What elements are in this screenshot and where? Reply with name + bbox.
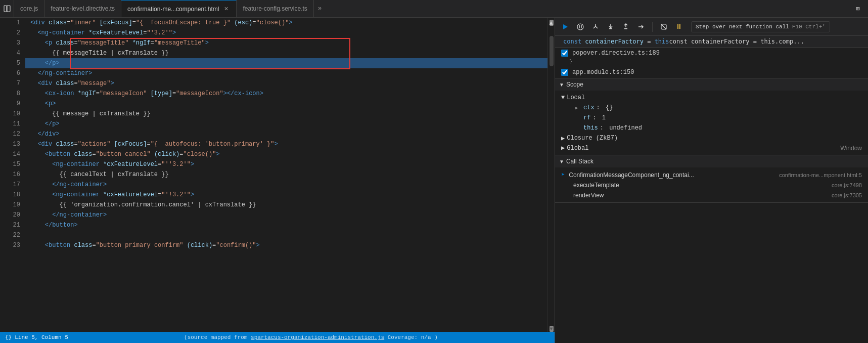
line-numbers: 1 2 3 4 5 6 7 8 9 10 11 12 13 14 15 16 1… (0, 18, 25, 332)
step-out-button[interactable] (620, 21, 632, 33)
svg-rect-5 (609, 28, 612, 29)
code-line-15[interactable]: <ng-container *cxFeatureLevel="''3.2'"> (25, 159, 547, 169)
breakpoint-subtext-1: } (555, 59, 868, 67)
call-stack-title: Call Stack (566, 158, 593, 165)
breakpoint-item-1: popover.directive.ts:189 (555, 48, 868, 59)
code-line-16[interactable]: {{ cancelText | cxTranslate }} (25, 169, 547, 180)
scope-header[interactable]: ▼ Scope (555, 78, 868, 91)
scope-item-this[interactable]: ▶ this : undefined (567, 123, 868, 133)
pause-button[interactable] (574, 21, 586, 33)
code-line-9[interactable]: <p> (25, 99, 547, 109)
step-button[interactable] (635, 21, 647, 33)
call-stack-loc-0: confirmation-me...mponent.html:5 (779, 172, 862, 178)
code-line-17[interactable]: </ng-container> (25, 180, 547, 190)
local-scope-header[interactable]: ▼ Local (555, 93, 868, 103)
tab-overflow-button[interactable]: » (314, 0, 326, 17)
global-chevron-icon: ▶ (561, 144, 565, 152)
editor-scrollbar[interactable]: ▲ ▼ (547, 18, 555, 332)
line-number: 21 (0, 220, 20, 230)
code-line-23[interactable]: <button class="button primary confirm" (… (25, 240, 547, 250)
code-preview-text: const containerFactory = this.comp... (669, 38, 804, 45)
code-line-12[interactable]: </div> (25, 129, 547, 139)
code-line-8[interactable]: <cx-icon *ngIf="messageIcon" [type]="mes… (25, 89, 547, 99)
editor-area: 1 2 3 4 5 6 7 8 9 10 11 12 13 14 15 16 1… (0, 18, 555, 343)
call-stack-content: ➤ ConfirmationMessageComponent_ng_contai… (555, 167, 868, 202)
step-over-tooltip-area: Step over next function call F10 Ctrl+' (688, 21, 864, 32)
line-number: 17 (0, 180, 20, 190)
code-editor[interactable]: <div class="inner" [cxFocus]="{ focusOnE… (25, 18, 547, 332)
global-scope-value: Window (840, 145, 862, 152)
code-line-10[interactable]: {{ message | cxTranslate }} (25, 109, 547, 119)
call-stack-header[interactable]: ▼ Call Stack (555, 155, 868, 167)
svg-point-4 (577, 24, 583, 30)
deactivate-button[interactable] (658, 21, 670, 33)
local-scope-items: ▶ ctx : {} ▶ rf : 1 ▶ (555, 103, 868, 133)
breakpoint-checkbox-1[interactable] (561, 50, 568, 57)
global-scope-left: ▶ Global (561, 144, 588, 152)
code-lines: <div class="inner" [cxFocus]="{ focusOnE… (25, 18, 547, 250)
line-number: 18 (0, 190, 20, 200)
code-line-5[interactable]: </p> (25, 58, 547, 68)
rf-label: rf (583, 114, 590, 121)
code-preview-line: const containerFactory = thisconst conta… (555, 36, 868, 48)
status-bar: {} Line 5, Column 5 (source mapped from … (0, 332, 555, 343)
code-line-1[interactable]: <div class="inner" [cxFocus]="{ focusOnE… (25, 18, 547, 28)
ctx-label: ctx (583, 104, 595, 111)
line-number: 8 (0, 89, 20, 99)
code-line-6[interactable]: </ng-container> (25, 68, 547, 78)
tab-core-js[interactable]: core.js (14, 0, 44, 17)
tab-confirmation-me[interactable]: confirmation-me...component.html ✕ (121, 0, 237, 17)
scope-title: Scope (566, 81, 583, 88)
tab-close-button[interactable]: ✕ (222, 5, 230, 13)
line-number: 22 (0, 230, 20, 240)
code-line-19[interactable]: {{ 'organization.confirmation.cancel' | … (25, 200, 547, 210)
pause-exceptions-button[interactable]: ⏸ (673, 21, 685, 33)
step-over-button[interactable] (589, 21, 602, 33)
tab-label: confirmation-me...component.html (127, 6, 219, 13)
tab-label: feature-level.directive.ts (51, 5, 115, 12)
line-number: 10 (0, 109, 20, 119)
breakpoint-checkbox-2[interactable] (561, 69, 568, 76)
tab-feature-level[interactable]: feature-level.directive.ts (44, 0, 121, 17)
line-number: 6 (0, 68, 20, 78)
closure-scope-header[interactable]: ▶ Closure (ZkB7) (555, 133, 868, 143)
code-line-22[interactable] (25, 230, 547, 240)
svg-line-8 (661, 24, 666, 29)
sidebar-toggle-button[interactable] (0, 0, 14, 17)
editor-tabs: core.js feature-level.directive.ts confi… (14, 0, 848, 17)
scrollbar-up-arrow[interactable]: ▲ (550, 20, 554, 26)
this-label: this (583, 124, 598, 132)
source-file[interactable]: spartacus-organization-administration.js (251, 334, 384, 340)
this-expand-icon: ▶ (575, 125, 581, 131)
code-line-20[interactable]: </ng-container> (25, 210, 547, 220)
code-line-3[interactable]: <p class="messageTitle" *ngIf="messageTi… (25, 38, 547, 48)
call-stack-item-0[interactable]: ➤ ConfirmationMessageComponent_ng_contai… (555, 169, 868, 180)
status-bar-center: (source mapped from spartacus-organizati… (72, 334, 550, 340)
step-into-button[interactable] (605, 21, 617, 33)
tab-bar-actions: ⊞ (848, 3, 868, 15)
scope-item-ctx[interactable]: ▶ ctx : {} (567, 103, 868, 113)
svg-rect-6 (624, 28, 627, 29)
call-stack-item-2[interactable]: renderView core.js:7305 (555, 190, 868, 200)
code-line-18[interactable]: <ng-container *cxFeatureLevel="'!3.2'"> (25, 190, 547, 200)
code-line-13[interactable]: <div class="actions" [cxFocus]="{ autofo… (25, 139, 547, 149)
line-number: 23 (0, 240, 20, 250)
scrollbar-down-arrow[interactable]: ▼ (550, 326, 554, 332)
code-line-11[interactable]: </p> (25, 119, 547, 129)
code-line-2[interactable]: <ng-container *cxFeatureLevel="'3.2'"> (25, 28, 547, 38)
global-scope-row[interactable]: ▶ Global Window (555, 143, 868, 153)
code-line-7[interactable]: <div class="message"> (25, 78, 547, 89)
scope-item-rf[interactable]: ▶ rf : 1 (567, 113, 868, 123)
tab-feature-config[interactable]: feature-config.service.ts (237, 0, 313, 17)
code-line-4[interactable]: {{ messageTitle | cxTranslate }} (25, 48, 547, 58)
step-over-key: F10 Ctrl+' (792, 24, 826, 30)
debugger-panel[interactable]: popover.directive.ts:189 } app.module.ts… (555, 48, 868, 343)
code-line-21[interactable]: </button> (25, 220, 547, 230)
call-stack-item-1[interactable]: executeTemplate core.js:7498 (555, 180, 868, 190)
open-editors-button[interactable]: ⊞ (852, 3, 864, 15)
resume-button[interactable] (559, 21, 571, 33)
line-number: 19 (0, 200, 20, 210)
scrollbar-thumb[interactable] (550, 36, 554, 66)
code-line-14[interactable]: <button class="button cancel" (click)="c… (25, 149, 547, 159)
line-number: 13 (0, 139, 20, 149)
